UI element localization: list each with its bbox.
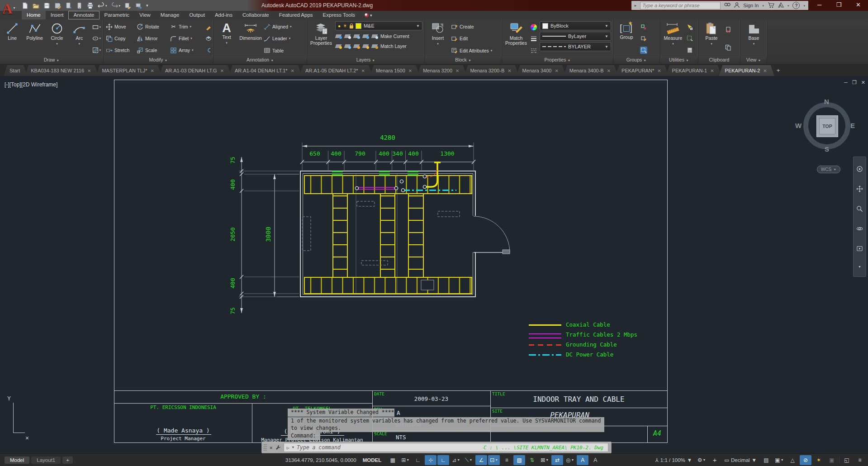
compass-west-label[interactable]: W [795, 122, 802, 129]
orbit-tool-icon[interactable] [856, 225, 863, 232]
circle-tool-button[interactable]: Circle ▾ [47, 21, 67, 57]
isolate-objects-button[interactable]: △ [787, 455, 798, 465]
ribbon-tab-add-ins[interactable]: Add-ins [210, 11, 237, 19]
qat-overflow-button[interactable]: ▾ [146, 3, 148, 8]
file-tab-close-icon[interactable]: ✕ [455, 66, 459, 76]
plot-preview-button[interactable] [124, 2, 131, 9]
layout1-tab[interactable]: Layout1 [31, 456, 61, 464]
layer-dropdown[interactable]: ● ☀ M&E ▼ [335, 21, 422, 30]
compass-south-label[interactable]: S [825, 145, 829, 153]
layer-lock-tool-icon[interactable] [362, 33, 369, 39]
fillet-tool-button[interactable]: Fillet▾ [170, 34, 203, 43]
table-button[interactable]: Table [264, 46, 292, 55]
undo-dropdown-icon[interactable]: ▾ [105, 4, 107, 7]
redo-dropdown-icon[interactable]: ▾ [119, 4, 121, 7]
undo-button[interactable]: ▾ [98, 2, 107, 9]
mobile-button[interactable] [76, 2, 83, 9]
paste-dropdown-icon[interactable]: ▾ [711, 41, 712, 46]
lock-ui-button[interactable]: ▣▼ [773, 455, 785, 465]
plot-button[interactable] [87, 2, 94, 9]
panel-title-utilities[interactable]: Utilities▼ [660, 57, 698, 64]
panel-title-annotation[interactable]: Annotation▼ [213, 57, 307, 64]
sign-in-label[interactable]: Sign In [743, 3, 759, 8]
search-input[interactable] [640, 2, 721, 10]
circle-dropdown-icon[interactable]: ▾ [56, 41, 58, 46]
file-tab-close-icon[interactable]: ✕ [361, 66, 365, 76]
layer-properties-button[interactable]: Layer Properties [309, 21, 333, 57]
stretch-tool-button[interactable]: Stretch [106, 46, 137, 55]
array-tool-button[interactable]: Array▾ [170, 46, 203, 55]
object-color-dropdown[interactable]: ByBlock▼ [540, 21, 611, 30]
fillet-dropdown-icon[interactable]: ▾ [190, 37, 192, 40]
help-dropdown-icon[interactable]: ▾ [803, 4, 805, 7]
annotation-scale-button[interactable]: ⅄1:1 / 100%▼ [653, 456, 694, 464]
quick-calculator-button[interactable] [687, 47, 693, 53]
aligned-dim-button[interactable]: Aligned▾ [264, 23, 292, 31]
layer-off-icon[interactable] [335, 43, 342, 49]
open-file-button[interactable] [33, 2, 39, 9]
move-tool-button[interactable]: Move [106, 23, 137, 31]
rectangle-tool-button[interactable]: ▾ [92, 24, 101, 30]
save-as-button[interactable] [54, 2, 61, 9]
panel-title-properties[interactable]: Properties▼ [502, 57, 613, 64]
file-tab-masterplan-tlj[interactable]: MASTERPLAN TLJ*✕ [96, 65, 161, 76]
performance-analyzer-button[interactable]: ✶ [813, 455, 825, 465]
leader-button[interactable]: Leader▾ [264, 34, 292, 43]
file-tab-start[interactable]: Start [4, 65, 27, 76]
annotation-autoscale-icon[interactable]: A [589, 455, 601, 465]
file-tab-ar-a1-03-denah-lt-g[interactable]: AR.A1-03 DENAH LT.G✕ [159, 65, 231, 76]
layer-freeze-icon[interactable]: ☀ [343, 23, 347, 29]
infocenter-collapse-icon[interactable]: ▸ [635, 3, 637, 8]
layer-walk-icon[interactable] [362, 43, 369, 49]
save-button[interactable] [43, 2, 50, 9]
wcs-dropdown[interactable]: WCS▼ [817, 166, 840, 173]
base-dropdown-icon[interactable]: ▾ [753, 41, 755, 46]
new-layout-button[interactable]: + [62, 456, 73, 464]
crosshair-button[interactable]: + [709, 455, 721, 465]
group-selection-button[interactable] [640, 47, 647, 54]
ribbon-tab-view[interactable]: View [134, 11, 156, 19]
ellipse-tool-button[interactable]: ▾ [92, 35, 101, 42]
drawing-canvas[interactable]: [-][Top][2D Wireframe] ─ ❒ ✕ N E S W TOP… [0, 76, 868, 453]
text-tool-button[interactable]: A Text ▾ [216, 21, 237, 57]
copy-clip-button[interactable] [725, 44, 731, 51]
layer-dropdown-icon[interactable]: ▼ [416, 24, 420, 28]
search-icon[interactable] [724, 2, 730, 9]
command-input[interactable]: ▷ ▼ Type a command C : \ ... \SITE KLMNT… [284, 443, 608, 452]
insert-dropdown-icon[interactable]: ▾ [437, 41, 439, 46]
file-tab-close-icon[interactable]: ✕ [657, 66, 661, 76]
show-motion-icon[interactable] [856, 245, 863, 252]
full-navigation-wheel-icon[interactable] [856, 166, 863, 172]
aligned-dropdown-icon[interactable]: ▾ [290, 25, 292, 29]
file-tab-close-icon[interactable]: ✕ [291, 66, 294, 76]
drawing-minimize-button[interactable]: ─ [844, 80, 848, 86]
line-tool-button[interactable]: Line [2, 21, 22, 57]
scale-tool-button[interactable]: Scale [137, 46, 170, 55]
arc-dropdown-icon[interactable]: ▾ [79, 41, 81, 46]
file-tab-ar-a1-04-denah-lt-1[interactable]: AR.A1-04 DENAH LT.1*✕ [229, 65, 302, 76]
file-tab-close-icon[interactable]: ✕ [508, 66, 511, 76]
ribbon-tab-output[interactable]: Output [184, 11, 210, 19]
layer-color-swatch[interactable] [356, 23, 361, 29]
application-menu-button[interactable]: A ▾ [2, 0, 15, 17]
base-view-button[interactable]: Base ▾ [743, 21, 765, 57]
hatch-tool-button[interactable]: ▾ [92, 47, 101, 53]
paste-button[interactable]: Paste ▾ [701, 21, 722, 57]
ribbon-options-button[interactable]: ▾ [362, 11, 375, 19]
annotation-visibility-icon[interactable]: A [577, 455, 588, 465]
model-tab[interactable]: Model [5, 456, 29, 464]
selection-cycling-icon[interactable]: ⇅ [526, 455, 538, 465]
quick-properties-button[interactable]: ▤ [760, 455, 772, 465]
ungroup-button[interactable] [640, 24, 647, 30]
ribbon-tab-annotate[interactable]: Annotate [68, 11, 99, 19]
hardware-acceleration-button[interactable]: ⊘ [800, 455, 811, 465]
trim-dropdown-icon[interactable]: ▾ [190, 25, 192, 29]
close-button[interactable]: ✕ [849, 0, 868, 11]
text-dropdown-icon[interactable]: ▾ [226, 40, 228, 45]
file-tab-menara-3400-b[interactable]: Menara 3400-B✕ [564, 65, 618, 76]
polar-tracking-icon[interactable]: ⊿▼ [450, 455, 462, 465]
panel-title-modify[interactable]: Modify▼ [104, 57, 213, 64]
file-tab-close-icon[interactable]: ✕ [710, 66, 714, 76]
file-tab-menara-3200-b[interactable]: Menara 3200-B✕ [464, 65, 518, 76]
file-tab-pekapuran-2[interactable]: PEKAPURAN-2✕ [719, 65, 774, 76]
